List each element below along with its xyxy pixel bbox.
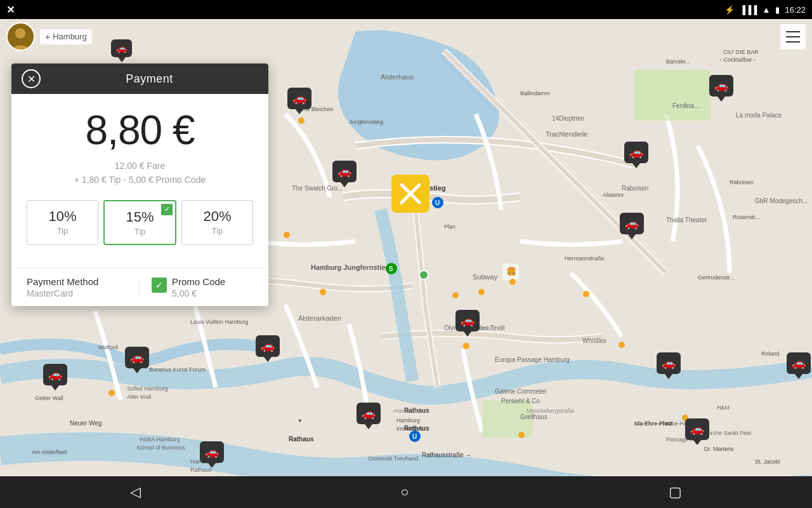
svg-point-85 [419, 271, 428, 279]
center-location-marker [391, 175, 429, 213]
svg-text:Gertrudenstr...: Gertrudenstr... [698, 274, 735, 281]
promo-checkmark: ✓ [152, 277, 167, 293]
svg-rect-1 [634, 70, 710, 121]
svg-text:🍔: 🍔 [506, 266, 517, 277]
location-label: Hamburg [53, 32, 86, 41]
svg-text:Ferdina...: Ferdina... [672, 102, 699, 109]
svg-text:St. Jacobi: St. Jacobi [755, 458, 780, 465]
svg-text:Innenstadt: Innenstadt [396, 425, 424, 432]
tip-15-label: Tip [110, 227, 170, 236]
svg-text:Alstertor: Alstertor [603, 192, 624, 198]
taxi-marker[interactable]: 🚗 [685, 418, 709, 445]
svg-text:GbR Modegesch...: GbR Modegesch... [755, 197, 808, 204]
taxi-x-logo [391, 175, 429, 213]
svg-point-78 [509, 279, 516, 285]
payment-panel: ✕ Payment 8,80 € 12,00 € Fare + 1,80 € T… [11, 64, 268, 306]
battery-icon: ▮ [775, 5, 780, 15]
svg-point-90 [15, 28, 25, 38]
time-display: 16:22 [785, 5, 806, 15]
tip-20-button[interactable]: 20% Tip [181, 200, 253, 245]
taxi-marker[interactable]: 🚗 [657, 352, 681, 379]
location-button[interactable]: + Hamburg [40, 29, 92, 44]
svg-text:Whistles: Whistles [582, 337, 606, 344]
taxi-marker[interactable]: 🚗 [332, 161, 357, 187]
taxi-marker[interactable]: 🚗 [709, 75, 733, 102]
svg-text:Alsterarkaden: Alsterarkaden [298, 314, 341, 322]
fare-line2: + 1,80 € Tip - 5,00 € Promo Code [74, 175, 206, 185]
top-bar: + Hamburg [0, 19, 812, 54]
svg-text:Dr. Martens: Dr. Martens [704, 446, 734, 452]
close-icon: ✕ [27, 73, 36, 85]
menu-line-3 [786, 41, 800, 43]
svg-text:School of Business: School of Business [136, 444, 185, 451]
svg-text:Persiehl & Co: Persiehl & Co [501, 398, 540, 404]
fare-amount: 8,80 € [27, 107, 253, 154]
svg-text:Jungfernstieg: Jungfernstieg [349, 119, 383, 125]
svg-text:Hamburg: Hamburg [396, 417, 420, 424]
tip-selected-checkmark: ✓ [161, 204, 173, 215]
promo-code-value: 5,00 € [172, 288, 225, 298]
promo-code-col[interactable]: ✓ Promo Code 5,00 € [139, 276, 253, 298]
taxi-marker[interactable]: 🚗 [256, 335, 280, 362]
svg-text:Am Alsterfleet: Am Alsterfleet [32, 449, 67, 455]
taxi-marker[interactable]: 🚗 [125, 347, 149, 373]
bluetooth-icon: ⚡ [724, 5, 735, 15]
svg-text:Hermannstraße: Hermannstraße [565, 255, 605, 262]
promo-code-label: Promo Code [172, 276, 225, 287]
app-icon: ✕ [6, 4, 15, 16]
recent-button[interactable]: ▢ [656, 479, 695, 505]
svg-text:Rathausstraße →: Rathausstraße → [422, 451, 471, 458]
svg-text:Ida-Ehre-Platz: Ida-Ehre-Platz [634, 420, 673, 427]
svg-text:Getter Wall: Getter Wall [35, 395, 63, 401]
navigation-bar: ◁ ○ ▢ [0, 476, 812, 508]
svg-text:Bucerius Kunst Forum: Bucerius Kunst Forum [149, 366, 206, 373]
svg-text:- Cocktailbar -: - Cocktailbar - [720, 57, 756, 63]
taxi-marker[interactable]: 🚗 [43, 364, 67, 391]
close-button[interactable]: ✕ [22, 69, 41, 88]
payment-method-label: Payment Method [27, 276, 128, 287]
svg-text:Barcelo...: Barcelo... [666, 58, 690, 65]
back-button[interactable]: ◁ [117, 479, 154, 505]
taxi-marker[interactable]: 🚗 [787, 352, 811, 379]
status-bar: ✕ ⚡ ▐▐▐ ▲ ▮ 16:22 [0, 0, 812, 19]
svg-point-79 [583, 291, 589, 297]
svg-point-74 [298, 117, 304, 124]
taxi-marker[interactable]: 🚗 [287, 88, 311, 114]
tip-10-button[interactable]: 10% Tip [27, 200, 98, 245]
bottom-section: Payment Method MasterCard ✓ Promo Code 5… [11, 268, 268, 306]
svg-text:Thalia Theater: Thalia Theater [666, 217, 707, 224]
taxi-marker[interactable]: 🚗 [624, 142, 648, 168]
svg-text:14Dioptrien: 14Dioptrien [552, 115, 584, 122]
home-button[interactable]: ○ [388, 479, 421, 505]
svg-text:Hamburg Jungfernstieg: Hamburg Jungfernstieg [311, 264, 390, 271]
svg-point-81 [463, 343, 469, 349]
svg-text:Neuer Weg: Neuer Weg [70, 420, 102, 427]
taxi-marker[interactable]: 🚗 [620, 213, 644, 239]
wifi-icon: ▲ [763, 5, 771, 15]
panel-body: 8,80 € 12,00 € Fare + 1,80 € Tip - 5,00 … [11, 94, 268, 268]
taxi-marker[interactable]: 🚗 [455, 310, 480, 337]
svg-text:H&M: H&M [717, 404, 730, 411]
tip-10-percent: 10% [32, 208, 93, 225]
payment-method-value: MasterCard [27, 288, 128, 298]
svg-text:Wolford: Wolford [98, 344, 118, 351]
svg-point-75 [320, 289, 326, 295]
svg-text:Raboisen: Raboisen [622, 185, 648, 192]
svg-text:Alter Wall: Alter Wall [127, 394, 151, 400]
svg-text:Alsterhaus: Alsterhaus [381, 73, 414, 81]
menu-line-2 [786, 36, 800, 37]
payment-method-col[interactable]: Payment Method MasterCard [27, 276, 139, 298]
menu-line-1 [786, 31, 800, 32]
svg-text:Sofitel Hamburg: Sofitel Hamburg [127, 385, 168, 392]
taxi-marker[interactable]: 🚗 [357, 403, 381, 429]
tip-section: 10% Tip ✓ 15% Tip 20% Tip [27, 200, 253, 245]
menu-button[interactable] [780, 24, 806, 50]
tip-15-button[interactable]: ✓ 15% Tip [103, 200, 176, 245]
svg-text:Rathaus: Rathaus [289, 436, 314, 443]
panel-title: Payment [41, 72, 258, 86]
taxi-marker[interactable]: 🚗 [200, 441, 224, 468]
svg-point-77 [478, 289, 485, 295]
avatar[interactable] [6, 22, 35, 51]
svg-text:mama - Die...: mama - Die... [393, 408, 428, 414]
svg-point-80 [619, 342, 625, 348]
